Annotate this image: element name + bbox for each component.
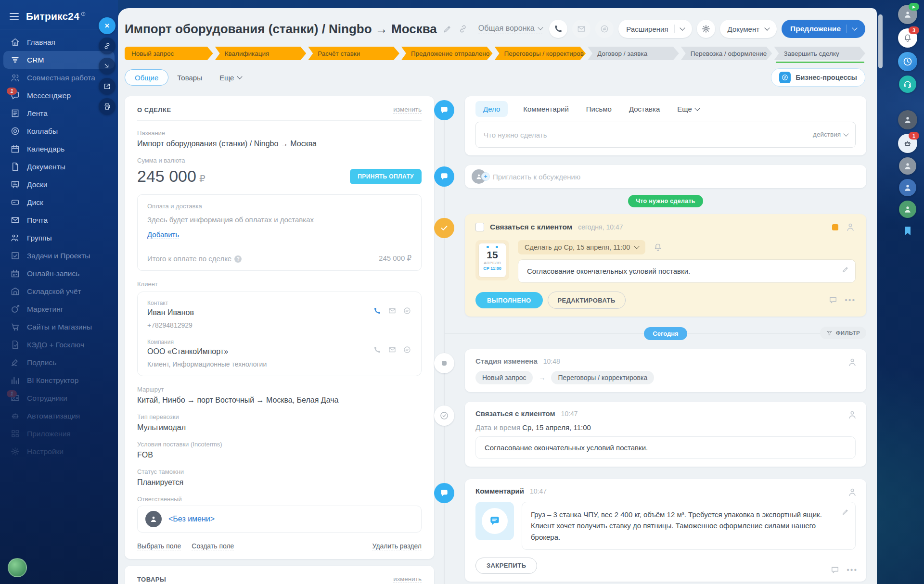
chat-avatar[interactable] <box>899 201 916 218</box>
task-done-button[interactable]: ВЫПОЛНЕНО <box>475 292 543 308</box>
create-field-link[interactable]: Создать поле <box>192 542 234 550</box>
user-avatar[interactable] <box>8 558 27 577</box>
sidebar-item-sites[interactable]: Сайты и Магазины <box>3 318 115 336</box>
settings-button[interactable] <box>697 20 715 38</box>
filter-button[interactable]: ФИЛЬТР <box>820 327 866 339</box>
notifications-button[interactable]: 3 <box>898 28 917 48</box>
document-button[interactable]: Документ <box>720 20 777 38</box>
sidebar-item-automation[interactable]: Автоматизация <box>3 407 115 425</box>
extensions-button[interactable]: Расширения <box>618 20 692 38</box>
sidebar-item-sign[interactable]: Подпись <box>3 354 115 371</box>
stage-proposal-sent[interactable]: Предложение отправлено <box>401 47 493 60</box>
call-button[interactable] <box>549 20 567 38</box>
stage-negotiation[interactable]: Переговоры / корректиров... <box>495 47 586 60</box>
support-button[interactable] <box>899 76 916 93</box>
sidebar-item-disk[interactable]: Диск <box>3 193 115 211</box>
note-icon[interactable] <box>830 565 840 575</box>
edit-section-link[interactable]: изменить <box>393 575 422 583</box>
tab-delivery[interactable]: Доставка <box>629 105 660 113</box>
sidebar-item-messenger[interactable]: 1Мессенджер <box>3 87 115 104</box>
email-button[interactable] <box>572 20 590 38</box>
help-icon[interactable]: ? <box>234 255 242 263</box>
deal-amount[interactable]: 245 000₽ <box>137 167 205 186</box>
tab-comment[interactable]: Комментарий <box>523 105 568 113</box>
more-actions-button[interactable]: ••• <box>845 296 856 305</box>
field-value[interactable]: FOB <box>137 451 422 459</box>
pin-button[interactable]: ЗАКРЕПИТЬ <box>475 558 537 574</box>
dock-button[interactable] <box>99 58 116 75</box>
close-button[interactable]: × <box>99 17 116 34</box>
task-edit-button[interactable]: РЕДАКТИРОВАТЬ <box>548 292 626 309</box>
pencil-icon[interactable] <box>842 266 849 273</box>
hamburger-menu-icon[interactable] <box>10 13 19 20</box>
mail-icon[interactable] <box>388 306 397 315</box>
scrollbar[interactable] <box>878 14 883 68</box>
stage-rate-calc[interactable]: Расчёт ставки <box>308 47 399 60</box>
task-title[interactable]: Связаться с клиентом <box>490 223 572 231</box>
stage-qualification[interactable]: Квалификация <box>215 47 307 60</box>
planner-button[interactable] <box>898 52 917 71</box>
sidebar-item-home[interactable]: Главная <box>3 33 115 51</box>
profile-avatar[interactable]: ▶ <box>898 5 917 24</box>
sidebar-item-crm[interactable]: CRM <box>3 51 115 69</box>
chat-avatar[interactable] <box>898 110 917 129</box>
note-icon[interactable] <box>828 295 838 305</box>
field-value[interactable]: Планируется <box>137 478 422 487</box>
person-icon[interactable] <box>847 487 858 497</box>
sidebar-item-warehouse[interactable]: Складской учёт <box>3 282 115 300</box>
copy-deal-link-button[interactable] <box>458 24 468 34</box>
tab-more[interactable]: Еще <box>211 70 251 85</box>
field-value[interactable]: Импорт оборудования (станки) / Ningbo → … <box>137 140 422 148</box>
tab-products[interactable]: Товары <box>168 70 211 85</box>
delete-section-link[interactable]: Удалить раздел <box>372 542 422 550</box>
person-icon[interactable] <box>847 357 858 368</box>
tab-letter[interactable]: Письмо <box>586 105 612 113</box>
business-processes-button[interactable]: Бизнес-процессы <box>771 68 865 87</box>
funnel-selector[interactable]: Общая воронка <box>478 24 542 34</box>
field-value[interactable]: Мультимодал <box>137 423 422 432</box>
proposal-button[interactable]: Предложение <box>782 20 865 38</box>
copilot-bot-button[interactable]: 1 <box>898 134 917 153</box>
sidebar-item-mail[interactable]: Почта <box>3 211 115 229</box>
phone-icon[interactable] <box>373 306 382 315</box>
responsible-link[interactable]: <Без имени> <box>168 515 215 523</box>
edit-title-button[interactable] <box>443 24 452 34</box>
sidebar-item-collab-work[interactable]: Совместная работа <box>3 69 115 87</box>
edit-section-link[interactable]: изменить <box>393 106 422 114</box>
invite-card[interactable]: + Пригласить к обсуждению <box>465 165 866 188</box>
task-checkbox[interactable] <box>475 223 484 231</box>
contact-phone[interactable]: +78294812929 <box>147 321 359 329</box>
sidebar-item-apps[interactable]: Приложения <box>3 425 115 443</box>
stage-contract[interactable]: Договор / заявка <box>588 47 679 60</box>
sidebar-item-marketing[interactable]: Маркетинг <box>3 300 115 318</box>
chat-icon[interactable] <box>403 345 411 354</box>
sidebar-item-tasks[interactable]: Задачи и Проекты <box>3 247 115 265</box>
stage-new-request[interactable]: Новый запрос <box>125 47 213 60</box>
comment-text[interactable]: Груз – 3 станка ЧПУ, вес 2 400 кг, объём… <box>522 502 856 550</box>
person-icon[interactable] <box>847 409 858 420</box>
chat-avatar[interactable] <box>899 157 916 175</box>
sidebar-item-groups[interactable]: Группы <box>3 229 115 247</box>
contact-name[interactable]: Иван Иванов <box>147 308 359 317</box>
saved-messages-button[interactable] <box>899 222 916 240</box>
stage-close-deal[interactable]: Завершить сделку <box>774 47 865 60</box>
stage-transport[interactable]: Перевозка / оформление <box>681 47 772 60</box>
copy-link-button[interactable] <box>99 38 116 54</box>
sidebar-item-calendar[interactable]: Календарь <box>3 140 115 158</box>
open-line-button[interactable] <box>595 20 614 38</box>
chat-avatar[interactable] <box>899 179 916 196</box>
sidebar-item-documents[interactable]: Документы <box>3 158 115 176</box>
tab-general[interactable]: Общие <box>125 69 168 86</box>
tab-activity[interactable]: Дело <box>475 101 508 117</box>
field-value[interactable]: Китай, Нинбо → порт Восточный → Москва, … <box>137 396 422 405</box>
sidebar-item-bi[interactable]: BI Конструктор <box>3 371 115 389</box>
sidebar-item-collabs[interactable]: Коллабы <box>3 122 115 140</box>
add-payment-link[interactable]: Добавить <box>147 230 179 239</box>
more-actions-button[interactable]: ••• <box>847 566 858 574</box>
mail-icon[interactable] <box>388 345 397 354</box>
company-name[interactable]: ООО «СтанкоИмпорт» <box>147 347 359 356</box>
bell-icon[interactable] <box>653 242 663 252</box>
task-description[interactable]: Согласование окончательных условий поста… <box>518 259 856 283</box>
sidebar-item-kedo[interactable]: КЭДО + Госключ <box>3 336 115 354</box>
sidebar-item-boards[interactable]: Доски <box>3 176 115 193</box>
